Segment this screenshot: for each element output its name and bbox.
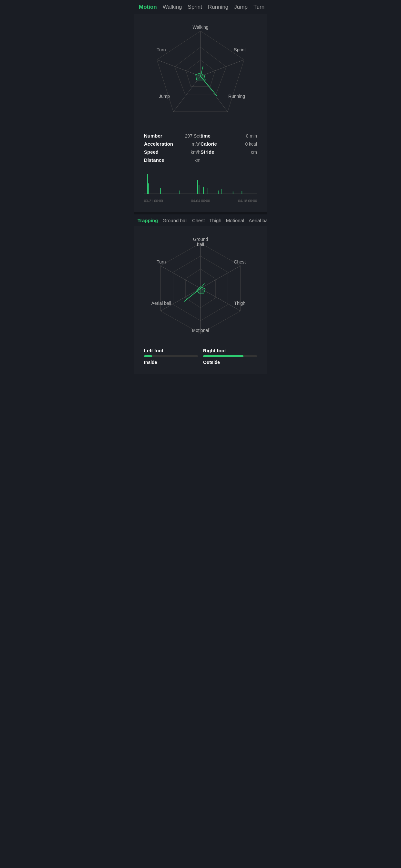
motion-radar-container: Walking Sprint Running Jump Turn	[139, 20, 262, 130]
t-radar-label-motional: Motional	[192, 328, 209, 333]
svg-rect-19	[208, 188, 208, 194]
nav-running[interactable]: Running	[208, 4, 228, 10]
nav-motion[interactable]: Motion	[139, 4, 157, 10]
nav-trapping[interactable]: Trapping	[137, 218, 158, 223]
radar-label-walking: Walking	[192, 25, 208, 30]
trapping-radar-container: Groundball Chest Thigh Motional Aerial b…	[139, 231, 262, 343]
stat-number: Number 297 Set	[144, 133, 201, 138]
nav-ground-ball[interactable]: Ground ball	[162, 218, 188, 223]
stat-speed: Speed km/h	[144, 149, 201, 155]
stats-left-col: Number 297 Set Acceleration m/s² Speed k…	[144, 133, 201, 163]
stat-distance-value: km	[194, 158, 201, 163]
radar-label-sprint: Sprint	[234, 47, 246, 52]
svg-line-28	[201, 266, 241, 288]
stat-acceleration-label: Acceleration	[144, 141, 173, 147]
svg-rect-16	[197, 180, 198, 194]
left-foot-section: Left foot Inside	[144, 348, 198, 365]
left-foot-bar-bg	[144, 355, 198, 357]
svg-line-31	[160, 288, 201, 311]
trapping-radar-svg	[149, 237, 252, 340]
svg-rect-20	[218, 190, 219, 194]
svg-rect-13	[148, 183, 149, 194]
left-foot-label: Left foot	[144, 348, 198, 353]
radar-label-jump: Jump	[159, 94, 170, 99]
right-foot-section: Right foot Outside	[203, 348, 257, 365]
stat-distance-label: Distance	[144, 157, 164, 163]
radar-label-turn: Turn	[157, 47, 166, 52]
stat-speed-label: Speed	[144, 149, 158, 155]
section-divider	[134, 212, 267, 214]
svg-line-29	[201, 288, 241, 311]
right-foot-bar-fill	[203, 355, 243, 357]
stat-time-label: time	[201, 133, 211, 138]
right-foot-sub-label: Outside	[203, 360, 257, 365]
stats-grid: Number 297 Set Acceleration m/s² Speed k…	[139, 130, 262, 168]
foot-labels-row: Left foot Inside Right foot Outside	[144, 348, 257, 365]
chart-date-1: 03-21 00:00	[144, 199, 163, 203]
left-foot-sub-label: Inside	[144, 360, 198, 365]
nav-chest[interactable]: Chest	[192, 218, 205, 223]
svg-rect-22	[233, 191, 234, 194]
stat-stride-value: cm	[251, 150, 257, 155]
stat-stride-label: Stride	[201, 149, 214, 155]
nav-thigh[interactable]: Thigh	[209, 218, 221, 223]
trapping-radar: Groundball Chest Thigh Motional Aerial b…	[149, 237, 252, 340]
stat-time: time 0 min	[201, 133, 257, 138]
stat-stride: Stride cm	[201, 149, 257, 155]
foot-section: Left foot Inside Right foot Outside	[139, 343, 262, 369]
nav-turn[interactable]: Turn	[253, 4, 265, 10]
svg-rect-21	[221, 189, 221, 194]
right-foot-label: Right foot	[203, 348, 257, 353]
nav-sprint[interactable]: Sprint	[188, 4, 202, 10]
svg-line-7	[157, 60, 201, 76]
chart-svg	[144, 170, 257, 196]
top-navigation: Motion Walking Sprint Running Jump Turn	[134, 0, 267, 14]
t-radar-label-thigh: Thigh	[234, 301, 245, 306]
svg-line-34	[184, 288, 201, 301]
t-radar-label-groundball: Groundball	[193, 237, 208, 247]
svg-rect-14	[160, 188, 161, 194]
svg-rect-15	[180, 190, 180, 194]
t-radar-label-chest: Chest	[234, 259, 246, 265]
left-foot-bar-fill	[144, 355, 152, 357]
stat-distance: Distance km	[144, 157, 201, 163]
trapping-navigation: Trapping Ground ball Chest Thigh Motiona…	[134, 214, 267, 226]
chart-date-3: 04-18 00:00	[238, 199, 257, 203]
chart-dates: 03-21 00:00 04-04 00:00 04-18 00:00	[144, 199, 257, 203]
svg-line-6	[174, 76, 201, 112]
trapping-panel: Groundball Chest Thigh Motional Aerial b…	[134, 226, 267, 374]
svg-rect-12	[147, 174, 148, 194]
stat-time-value: 0 min	[246, 133, 257, 138]
svg-line-32	[160, 266, 201, 288]
motion-radar-svg	[149, 25, 252, 128]
svg-rect-18	[203, 187, 204, 194]
svg-line-9	[201, 76, 217, 96]
motion-panel: Walking Sprint Running Jump Turn Number …	[134, 14, 267, 212]
t-radar-label-turn: Turn	[157, 259, 166, 265]
chart-date-2: 04-04 00:00	[191, 199, 210, 203]
nav-jump[interactable]: Jump	[234, 4, 248, 10]
time-chart: 03-21 00:00 04-04 00:00 04-18 00:00	[139, 168, 262, 207]
motion-radar: Walking Sprint Running Jump Turn	[149, 25, 252, 128]
svg-rect-23	[242, 191, 242, 194]
nav-walking[interactable]: Walking	[163, 4, 182, 10]
stats-right-col: time 0 min Calorie 0 kcal Stride cm	[201, 133, 257, 163]
stat-acceleration-value: m/s²	[192, 142, 201, 147]
svg-line-4	[201, 60, 244, 76]
stat-calorie-label: Calorie	[201, 141, 217, 147]
stat-calorie-value: 0 kcal	[245, 142, 257, 147]
nav-motional[interactable]: Motional	[226, 218, 244, 223]
t-radar-label-aerialball: Aerial ball	[151, 301, 171, 306]
radar-label-running: Running	[228, 94, 245, 99]
stat-number-value: 297 Set	[185, 133, 201, 138]
stat-acceleration: Acceleration m/s²	[144, 141, 201, 147]
stat-number-label: Number	[144, 133, 162, 138]
nav-aerial-ball[interactable]: Aerial ball	[249, 218, 267, 223]
stat-speed-value: km/h	[191, 150, 201, 155]
svg-rect-17	[199, 185, 199, 194]
right-foot-bar-bg	[203, 355, 257, 357]
stat-calorie: Calorie 0 kcal	[201, 141, 257, 147]
